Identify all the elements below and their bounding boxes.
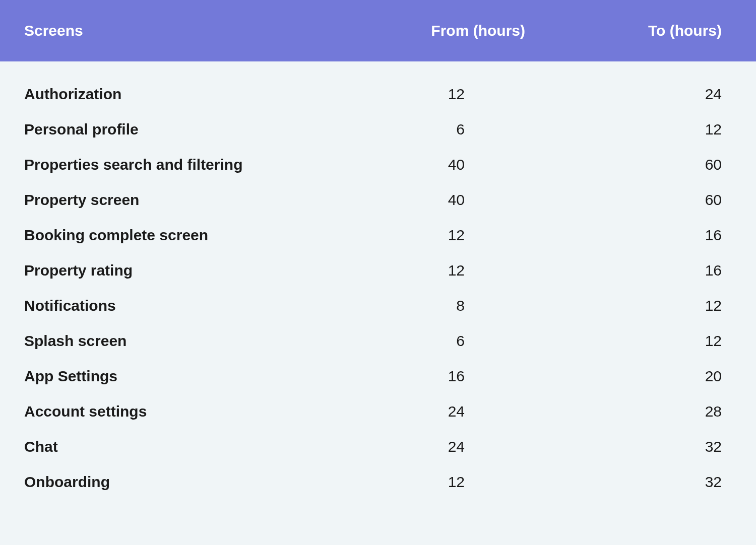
table-row: Properties search and filtering4060 bbox=[0, 147, 756, 182]
estimation-table: Screens From (hours) To (hours) Authoriz… bbox=[0, 0, 756, 520]
cell-screen: Booking complete screen bbox=[24, 227, 389, 244]
cell-screen: Account settings bbox=[24, 403, 389, 420]
cell-from: 40 bbox=[389, 156, 530, 173]
cell-from: 6 bbox=[389, 332, 530, 350]
table-row: Authorization1224 bbox=[0, 77, 756, 112]
cell-from: 24 bbox=[389, 403, 530, 420]
table-row: App Settings1620 bbox=[0, 359, 756, 394]
table-row: Property screen4060 bbox=[0, 182, 756, 218]
cell-to: 12 bbox=[530, 121, 732, 138]
cell-screen: App Settings bbox=[24, 368, 389, 385]
table-row: Notifications812 bbox=[0, 288, 756, 323]
cell-to: 12 bbox=[530, 297, 732, 314]
cell-from: 12 bbox=[389, 473, 530, 491]
cell-screen: Onboarding bbox=[24, 473, 389, 491]
cell-screen: Personal profile bbox=[24, 121, 389, 138]
header-to: To (hours) bbox=[530, 22, 732, 39]
cell-to: 20 bbox=[530, 368, 732, 385]
table-row: Property rating1216 bbox=[0, 253, 756, 288]
header-screens: Screens bbox=[24, 22, 389, 39]
cell-to: 60 bbox=[530, 191, 732, 209]
cell-screen: Chat bbox=[24, 438, 389, 455]
cell-from: 6 bbox=[389, 121, 530, 138]
table-header-row: Screens From (hours) To (hours) bbox=[0, 0, 756, 61]
table-row: Account settings2428 bbox=[0, 394, 756, 429]
cell-from: 16 bbox=[389, 368, 530, 385]
cell-screen: Property rating bbox=[24, 262, 389, 279]
table-row: Splash screen612 bbox=[0, 323, 756, 359]
cell-screen: Notifications bbox=[24, 297, 389, 314]
table-row: Chat2432 bbox=[0, 429, 756, 464]
cell-from: 8 bbox=[389, 297, 530, 314]
table-row: Booking complete screen1216 bbox=[0, 218, 756, 253]
cell-from: 12 bbox=[389, 227, 530, 244]
cell-to: 28 bbox=[530, 403, 732, 420]
cell-to: 32 bbox=[530, 438, 732, 455]
cell-screen: Properties search and filtering bbox=[24, 156, 389, 173]
cell-from: 24 bbox=[389, 438, 530, 455]
cell-from: 12 bbox=[389, 262, 530, 279]
table-row: Personal profile612 bbox=[0, 112, 756, 147]
cell-to: 16 bbox=[530, 227, 732, 244]
table-body: Authorization1224Personal profile612Prop… bbox=[0, 61, 756, 520]
header-from: From (hours) bbox=[389, 22, 530, 39]
cell-from: 12 bbox=[389, 86, 530, 103]
cell-to: 24 bbox=[530, 86, 732, 103]
cell-from: 40 bbox=[389, 191, 530, 209]
table-row: Onboarding1232 bbox=[0, 464, 756, 500]
cell-screen: Splash screen bbox=[24, 332, 389, 350]
cell-screen: Authorization bbox=[24, 86, 389, 103]
cell-to: 32 bbox=[530, 473, 732, 491]
cell-to: 16 bbox=[530, 262, 732, 279]
cell-screen: Property screen bbox=[24, 191, 389, 209]
cell-to: 60 bbox=[530, 156, 732, 173]
cell-to: 12 bbox=[530, 332, 732, 350]
